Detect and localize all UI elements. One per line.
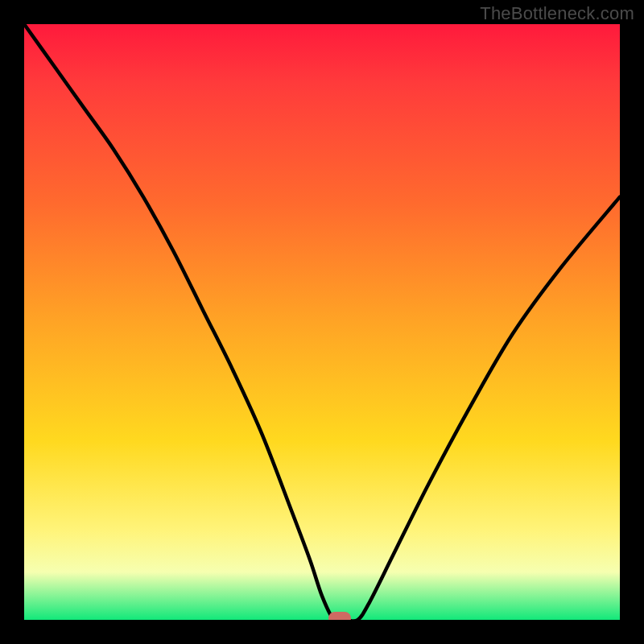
plot-area bbox=[24, 24, 620, 620]
chart-frame: TheBottleneck.com bbox=[0, 0, 644, 644]
curve-path bbox=[24, 24, 620, 620]
optimal-marker bbox=[328, 612, 351, 620]
bottleneck-curve bbox=[24, 24, 620, 620]
watermark-text: TheBottleneck.com bbox=[480, 3, 634, 24]
